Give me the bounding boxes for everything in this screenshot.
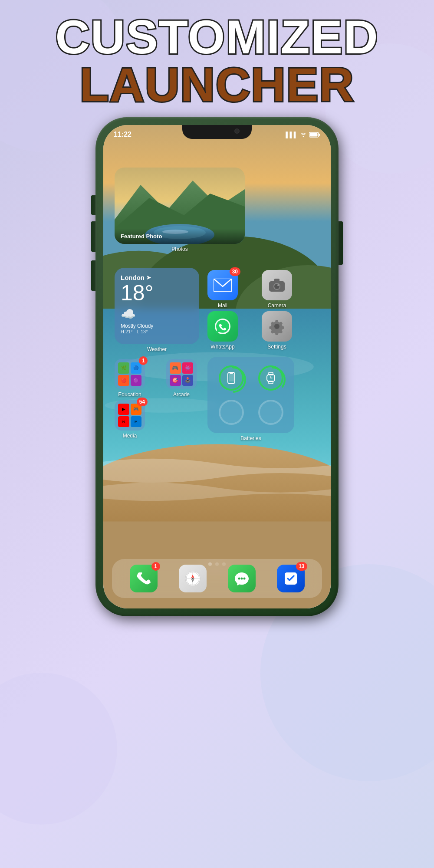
dock-phone[interactable]: 1 xyxy=(130,565,158,592)
arcade-folder-icon: 🎮 👾 🎯 🕹️ xyxy=(166,359,197,389)
svg-point-24 xyxy=(277,284,279,286)
education-label: Education xyxy=(118,391,141,398)
weather-condition: Mostly Cloudy xyxy=(121,323,193,329)
battery-icon xyxy=(309,132,320,138)
phone-screen: 11:22 ▌▌▌ xyxy=(103,125,331,608)
svg-point-45 xyxy=(240,578,243,580)
whatsapp-icon xyxy=(207,311,238,342)
weather-cloud-icon: ☁️ xyxy=(121,307,193,321)
phone-badge: 1 xyxy=(151,562,160,571)
photos-widget[interactable]: Featured Photo Photos xyxy=(115,168,245,252)
mail-badge: 30 xyxy=(230,267,240,276)
weather-city: London ➤ xyxy=(121,274,193,281)
svg-point-44 xyxy=(238,578,240,580)
power-button xyxy=(339,221,343,265)
whatsapp-label: WhatsApp xyxy=(210,344,234,350)
media-badge: 54 xyxy=(137,398,148,406)
volume-silent-button xyxy=(91,195,95,215)
empty-battery-2 xyxy=(253,397,288,427)
volume-up-button xyxy=(91,221,95,252)
svg-rect-21 xyxy=(274,279,279,282)
batteries-label: Batteries xyxy=(240,435,261,441)
weather-widget[interactable]: London ➤ 18° ☁️ Mostly Cloudy H:21° L:13… xyxy=(115,268,199,352)
svg-point-43 xyxy=(192,578,194,579)
iphone-battery xyxy=(214,363,249,393)
battery-progress-arc xyxy=(219,365,247,394)
education-folder[interactable]: 🌿 🔵 🔴 🟣 1 Education xyxy=(115,359,145,398)
empty-battery-circle-2 xyxy=(258,400,283,425)
camera-icon xyxy=(262,270,292,300)
safari-icon xyxy=(179,565,207,592)
dock: 1 xyxy=(112,559,322,598)
safari-icon-svg xyxy=(184,570,201,587)
title-launcher: LAUNCHER xyxy=(0,61,434,108)
phone-wrapper: 11:22 ▌▌▌ xyxy=(95,117,339,616)
svg-rect-11 xyxy=(310,133,318,136)
settings-app[interactable]: Settings xyxy=(262,311,292,350)
photos-widget-label: Featured Photo xyxy=(121,233,239,240)
iphone-battery-circle xyxy=(219,365,244,391)
batteries-widget[interactable]: Batteries xyxy=(207,357,294,441)
notch xyxy=(182,125,252,139)
empty-battery-circle-1 xyxy=(219,400,244,425)
photos-below-label: Photos xyxy=(171,246,187,252)
svg-point-46 xyxy=(243,578,245,580)
messages-icon xyxy=(228,565,256,592)
empty-battery-1 xyxy=(214,397,249,427)
education-badge: 1 xyxy=(139,356,148,365)
reminders-icon-svg xyxy=(283,571,299,586)
weather-temp: 18° xyxy=(121,281,193,305)
media-label: Media xyxy=(123,433,137,439)
weather-hilo: H:21° L:13° xyxy=(121,329,193,334)
bg-blob-4 xyxy=(0,673,117,825)
dock-reminders[interactable]: 13 xyxy=(277,565,305,592)
mail-icon-svg xyxy=(214,279,232,292)
settings-icon xyxy=(262,311,292,342)
wifi-icon xyxy=(300,132,307,137)
camera-label: Camera xyxy=(268,302,286,309)
phone-icon-svg xyxy=(136,571,151,586)
whatsapp-app[interactable]: WhatsApp xyxy=(207,311,238,350)
watch-battery xyxy=(253,363,288,393)
settings-label: Settings xyxy=(267,344,286,350)
status-time: 11:22 xyxy=(114,131,132,138)
home-content: Featured Photo Photos London ➤ 18° ☁️ xyxy=(103,144,331,608)
mail-label: Mail xyxy=(218,302,227,309)
svg-point-26 xyxy=(274,324,279,329)
camera-app[interactable]: Camera xyxy=(262,270,292,309)
phone-shell: 11:22 ▌▌▌ xyxy=(95,117,339,616)
svg-point-36 xyxy=(260,368,285,392)
dock-safari[interactable] xyxy=(179,565,207,592)
mail-icon: 30 xyxy=(207,270,238,300)
messages-icon-svg xyxy=(234,571,250,586)
watch-battery-arc xyxy=(258,365,287,394)
batteries-grid xyxy=(214,363,288,427)
title-container: CUSTOMIZED LAUNCHER xyxy=(0,13,434,108)
watch-battery-circle xyxy=(258,365,283,391)
dock-messages[interactable] xyxy=(228,565,256,592)
svg-point-30 xyxy=(221,368,245,392)
settings-gear-icon xyxy=(268,318,286,335)
volume-down-button xyxy=(91,260,95,291)
title-customized: CUSTOMIZED xyxy=(0,13,434,61)
arcade-folder[interactable]: 🎮 👾 🎯 🕹️ Arcade xyxy=(166,359,197,398)
location-icon: ➤ xyxy=(146,274,151,281)
mail-app[interactable]: 30 Mail xyxy=(207,270,238,309)
camera-icon-svg xyxy=(268,278,286,293)
front-camera xyxy=(234,128,240,134)
svg-rect-10 xyxy=(319,134,320,136)
arcade-label: Arcade xyxy=(173,391,190,398)
signal-icon: ▌▌▌ xyxy=(286,132,298,138)
weather-label: Weather xyxy=(147,346,167,352)
status-icons: ▌▌▌ xyxy=(286,132,320,138)
reminders-badge: 13 xyxy=(296,562,307,571)
media-folder[interactable]: ▶ 🎮 N M 54 Media xyxy=(115,400,145,439)
whatsapp-icon-svg xyxy=(213,317,232,336)
